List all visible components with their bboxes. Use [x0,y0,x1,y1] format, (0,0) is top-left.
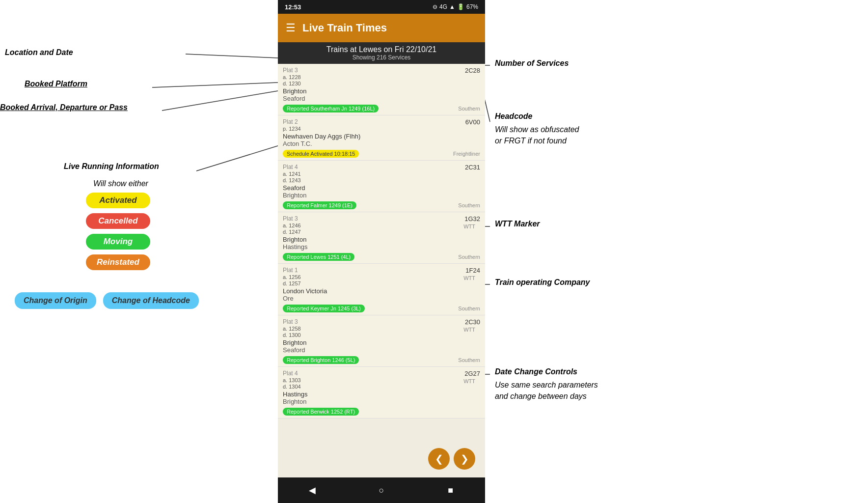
battery-icon: 🔋 [457,3,464,10]
battery-pct: 67% [466,3,478,10]
svg-line-1 [152,83,278,87]
app-title: Live Train Times [302,22,387,34]
status-badge-group: Activated Cancelled Moving Reinstated [86,193,150,270]
destination-to: Brighton [283,192,480,199]
activated-badge: Activated [86,193,150,208]
wtt-marker: WTT [459,275,480,281]
destination-from: London Victoria [283,287,480,295]
bottom-nav: ◀ ○ ■ [278,477,485,503]
report-badge: Reported Falmer 1249 (1E) [283,201,356,209]
phone-shell: 12:53 ⊖ 4G ▲ 🔋 67% ☰ Live Train Times Tr… [278,0,485,503]
platform-label: Plat 3 [283,215,301,222]
platform-label: Plat 1 [283,267,301,274]
next-date-button[interactable]: ❯ [454,448,475,470]
destination-from: Brighton [283,236,480,243]
booked-platform-text: Booked Platform [25,80,87,88]
arrival-time: a. 1228 [283,74,301,80]
report-badge: Reported Brighton 1246 (5L) [283,356,359,364]
arrival-time: a. 1241 [283,171,301,177]
table-row[interactable]: Plat 1 a. 1256 d. 1257 1F24 WTT London V… [278,264,485,315]
platform-label: Plat 4 [283,164,301,170]
destination-to: Acton T.C. [283,140,480,147]
home-button[interactable]: ○ [373,481,390,499]
left-annotations: Location and Date Booked Platform Booked… [0,0,275,503]
destination-from: Hastings [283,391,480,398]
toc-label: Southern [458,202,480,208]
pass-time: p. 1234 [283,126,301,132]
departure-time: d. 1257 [283,280,301,286]
location-main: Trains at Lewes on Fri 22/10/21 [283,45,480,54]
location-bar: Trains at Lewes on Fri 22/10/21 Showing … [278,42,485,64]
headcode: 2C28 [465,67,480,74]
headcode: 2G27 [464,370,480,377]
toc-label-right: Train operating Company [495,278,590,287]
arrival-time: a. 1258 [283,326,301,332]
destination-from: Brighton [283,87,480,95]
departure-time: d. 1243 [283,177,301,183]
location-sub: Showing 216 Services [283,54,480,61]
recents-button[interactable]: ■ [442,481,460,499]
toc-label: Southern [458,106,480,112]
menu-icon[interactable]: ☰ [286,22,296,34]
headcode-sub2: or FRGT if not found [495,137,567,145]
report-badge: Reported Berwick 1252 (RT) [283,408,359,416]
signal-icon: ⊖ [433,3,437,10]
will-show-label: Will show either [93,179,148,188]
table-row[interactable]: Plat 3 a. 1246 d. 1247 1G32 WTT Brighton… [278,212,485,264]
report-badge: Reported Southerham Jn 1249 (16L) [283,105,379,112]
num-services-label: Number of Services [495,59,569,68]
table-row[interactable]: Plat 4 a. 1303 d. 1304 2G27 WTT Hastings… [278,367,485,419]
destination-to: Seaford [283,95,480,102]
headcode: 1F24 [465,267,480,274]
platform-label: Plat 2 [283,118,301,125]
train-list[interactable]: Plat 3 a. 1228 d. 1230 2C28 Brighton Sea… [278,64,485,477]
headcode: 6V00 [465,118,480,126]
change-of-origin-badge: Change of Origin [15,292,96,309]
toc-label: Southern [458,357,480,363]
status-time: 12:53 [285,3,301,11]
date-change-controls: ❮ ❯ [428,448,475,470]
destination-from: Newhaven Day Aggs (Flhh) [283,133,480,140]
live-running-label: Live Running Information [64,162,159,171]
destination-to: Hastings [283,243,480,251]
headcode: 2C31 [465,164,480,171]
report-badge: Reported Lewes 1251 (4L) [283,253,354,261]
booked-arrival-label: Booked Arrival, Departure or Pass [0,103,167,112]
reinstated-badge: Reinstated [86,254,150,270]
booked-platform-label: Booked Platform [25,80,87,88]
table-row[interactable]: Plat 3 a. 1258 d. 1300 2C30 WTT Brighton… [278,315,485,367]
network-icon: 4G [439,3,447,10]
svg-line-2 [162,91,278,111]
svg-line-0 [186,54,278,58]
departure-time: d. 1230 [283,81,301,86]
prev-date-button[interactable]: ❮ [428,448,450,470]
bottom-badges: Change of Origin Change of Headcode [15,292,199,309]
table-row[interactable]: Plat 3 a. 1228 d. 1230 2C28 Brighton Sea… [278,64,485,115]
table-row[interactable]: Plat 4 a. 1241 d. 1243 2C31 Seaford Brig… [278,161,485,212]
platform-label: Plat 3 [283,67,301,74]
arrival-time: a. 1246 [283,223,301,228]
wtt-marker: WTT [459,327,480,333]
signal-bars-icon: ▲ [449,3,455,10]
headcode-sub1: Will show as obfuscated [495,125,579,134]
table-row[interactable]: Plat 2 p. 1234 6V00 Newhaven Day Aggs (F… [278,115,485,161]
wtt-marker: WTT [459,224,480,229]
app-bar: ☰ Live Train Times [278,14,485,42]
location-date-label: Location and Date [5,48,73,57]
departure-time: d. 1247 [283,229,301,235]
arrival-time: a. 1303 [283,377,301,383]
toc-label: Southern [458,254,480,260]
toc-label: Southern [458,306,480,311]
right-annotations: Number of Services Headcode Will show as… [490,0,868,503]
headcode: 1G32 [464,215,480,223]
change-of-headcode-badge: Change of Headcode [103,292,199,309]
platform-label: Plat 4 [283,370,301,377]
back-button[interactable]: ◀ [303,481,321,499]
destination-from: Brighton [283,339,480,346]
date-change-label: Date Change Controls [495,367,577,376]
departure-time: d. 1304 [283,384,301,390]
report-badge-activated: Schedule Activated 10:18:15 [283,150,359,158]
date-change-sub2: and change between days [495,392,587,401]
cancelled-badge: Cancelled [86,213,150,229]
destination-from: Seaford [283,184,480,192]
